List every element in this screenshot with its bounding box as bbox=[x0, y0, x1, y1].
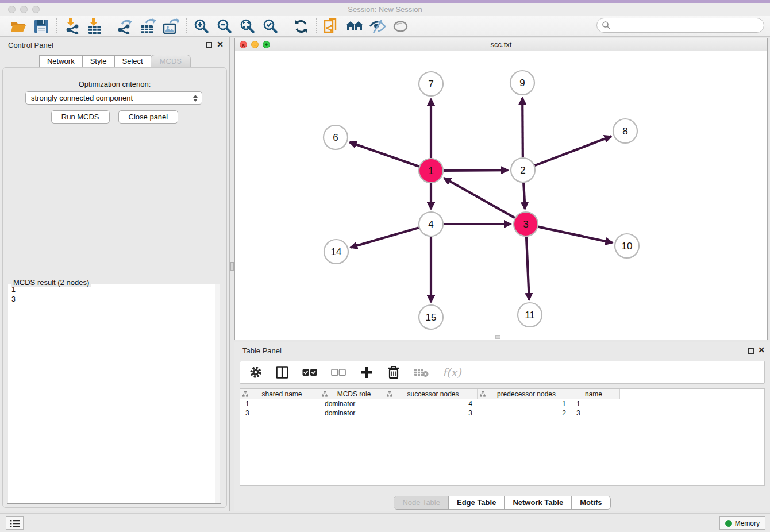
tab-select[interactable]: Select bbox=[114, 55, 151, 68]
graph-node-6[interactable]: 6 bbox=[324, 125, 348, 149]
tab-motifs[interactable]: Motifs bbox=[572, 496, 610, 509]
graph-edge-1-6[interactable] bbox=[350, 142, 419, 167]
graph-node-8[interactable]: 8 bbox=[613, 119, 637, 143]
search-input[interactable] bbox=[611, 20, 764, 31]
network-view-window: x - + scc.txt 7968124314101511 bbox=[234, 38, 768, 340]
open-session-button[interactable] bbox=[7, 17, 30, 36]
panel-divider-handle[interactable] bbox=[230, 262, 234, 271]
graph-node-4[interactable]: 4 bbox=[419, 212, 443, 236]
delete-column-button[interactable] bbox=[387, 365, 400, 379]
zoom-out-icon bbox=[217, 18, 233, 34]
table-cell[interactable]: dominator bbox=[319, 408, 384, 418]
select-all-button[interactable] bbox=[302, 369, 317, 376]
table-cell[interactable]: 3 bbox=[384, 408, 478, 418]
column-header-shared-name[interactable]: shared name bbox=[240, 389, 319, 399]
trash-icon bbox=[387, 365, 400, 379]
graph-node-14[interactable]: 14 bbox=[324, 240, 348, 264]
home-button[interactable] bbox=[343, 17, 366, 36]
network-canvas[interactable]: 7968124314101511 bbox=[235, 51, 767, 340]
table-cell[interactable]: 4 bbox=[384, 399, 478, 408]
column-type-icon bbox=[322, 391, 328, 397]
graph-edge-3-1[interactable] bbox=[444, 178, 515, 218]
run-mcds-button[interactable]: Run MCDS bbox=[51, 110, 110, 124]
tab-node-table[interactable]: Node Table bbox=[394, 496, 449, 509]
graph-edge-1-2[interactable] bbox=[444, 170, 508, 171]
duplicate-network-button[interactable] bbox=[320, 17, 343, 36]
table-cell[interactable]: 1 bbox=[478, 399, 571, 408]
graph-edge-2-8[interactable] bbox=[535, 136, 611, 165]
network-window-titlebar[interactable]: x - + scc.txt bbox=[235, 38, 767, 51]
graph-node-3[interactable]: 3 bbox=[514, 212, 538, 236]
node-table: shared nameMCDS rolesuccessor nodesprede… bbox=[240, 388, 765, 486]
float-panel-icon[interactable] bbox=[748, 348, 754, 354]
graph-edge-3-11[interactable] bbox=[526, 237, 529, 300]
graph-node-10[interactable]: 10 bbox=[615, 234, 639, 258]
float-panel-icon[interactable] bbox=[206, 42, 212, 48]
graph-node-2[interactable]: 2 bbox=[511, 158, 535, 182]
node-table-header: shared nameMCDS rolesuccessor nodesprede… bbox=[240, 388, 764, 399]
graph-edge-2-9[interactable] bbox=[522, 98, 523, 157]
tab-network[interactable]: Network bbox=[39, 55, 83, 68]
birds-eye-view-button[interactable] bbox=[389, 17, 412, 36]
export-network-button[interactable] bbox=[114, 17, 137, 36]
mcds-result-area[interactable]: 1 3 bbox=[8, 284, 220, 503]
task-history-button[interactable] bbox=[6, 516, 24, 530]
table-cell[interactable]: 3 bbox=[571, 408, 620, 418]
close-panel-icon[interactable]: ✕ bbox=[758, 345, 765, 354]
graph-edge-4-14[interactable] bbox=[351, 228, 419, 248]
import-table-icon bbox=[87, 18, 102, 34]
graph-node-9[interactable]: 9 bbox=[510, 71, 534, 95]
table-cell[interactable]: dominator bbox=[319, 399, 384, 408]
table-settings-button[interactable] bbox=[249, 366, 262, 379]
table-row[interactable]: 1dominator411 bbox=[240, 399, 764, 408]
graph-node-7[interactable]: 7 bbox=[419, 72, 443, 96]
close-panel-button[interactable]: Close panel bbox=[118, 110, 179, 124]
table-cell[interactable]: 3 bbox=[240, 408, 319, 418]
application-window: Session: New Session bbox=[0, 0, 770, 532]
function-builder-button[interactable]: f(x) bbox=[442, 366, 461, 379]
graph-node-1[interactable]: 1 bbox=[419, 159, 443, 183]
column-header-name[interactable]: name bbox=[571, 389, 620, 399]
table-cell[interactable]: 1 bbox=[240, 399, 319, 408]
export-image-icon bbox=[163, 18, 179, 34]
graph-node-15[interactable]: 15 bbox=[419, 305, 443, 329]
column-header-mcds-role[interactable]: MCDS role bbox=[319, 389, 384, 399]
save-session-button[interactable] bbox=[30, 17, 53, 36]
table-cell[interactable]: 2 bbox=[478, 408, 571, 418]
close-panel-icon[interactable]: ✕ bbox=[217, 40, 224, 49]
zoom-selected-button[interactable] bbox=[259, 17, 282, 36]
memory-button[interactable]: Memory bbox=[719, 516, 765, 530]
graph-node-11[interactable]: 11 bbox=[518, 303, 542, 327]
apply-layout-button[interactable] bbox=[290, 17, 313, 36]
eye-slash-icon bbox=[369, 20, 386, 33]
add-column-button[interactable] bbox=[360, 365, 374, 379]
import-network-button[interactable] bbox=[60, 17, 83, 36]
export-image-button[interactable] bbox=[160, 17, 183, 36]
zoom-fit-button[interactable] bbox=[236, 17, 259, 36]
column-header-predecessor-nodes[interactable]: predecessor nodes bbox=[478, 389, 571, 399]
toolbar-separator bbox=[56, 18, 57, 34]
table-row[interactable]: 3dominator323 bbox=[240, 408, 764, 418]
search-icon bbox=[602, 21, 611, 30]
zoom-in-button[interactable] bbox=[190, 17, 213, 36]
result-scrollbar[interactable] bbox=[215, 284, 220, 503]
optimization-criterion-select[interactable]: strongly connected component bbox=[25, 91, 202, 105]
tab-style[interactable]: Style bbox=[82, 55, 115, 68]
split-view-button[interactable] bbox=[276, 366, 288, 379]
graph-edge-2-3[interactable] bbox=[523, 183, 525, 209]
graph-edge-3-10[interactable] bbox=[538, 227, 613, 243]
import-table-button[interactable] bbox=[83, 17, 106, 36]
export-table-button[interactable] bbox=[137, 17, 160, 36]
show-hide-graphics-details-button[interactable] bbox=[366, 17, 389, 36]
search-bar[interactable] bbox=[596, 18, 764, 33]
tab-edge-table[interactable]: Edge Table bbox=[449, 496, 505, 509]
tab-network-table[interactable]: Network Table bbox=[505, 496, 572, 509]
deselect-all-button[interactable] bbox=[331, 369, 346, 376]
tab-mcds[interactable]: MCDS bbox=[151, 55, 191, 68]
table-toolbar: f(x) bbox=[240, 361, 765, 384]
delete-table-button[interactable] bbox=[414, 367, 429, 377]
zoom-out-button[interactable] bbox=[213, 17, 236, 36]
window-resize-grip[interactable] bbox=[495, 335, 500, 339]
table-cell[interactable]: 1 bbox=[571, 399, 620, 408]
column-header-successor-nodes[interactable]: successor nodes bbox=[384, 389, 478, 399]
